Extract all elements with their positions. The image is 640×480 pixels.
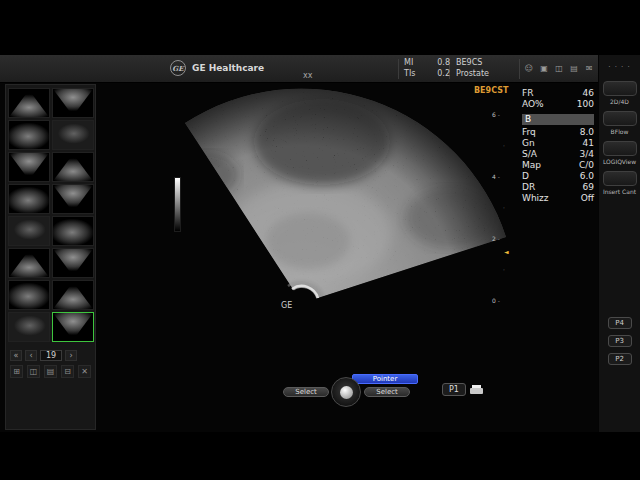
image-parameters-top: FR46AO%100 [522,88,594,110]
bflow-button-group: BFlow [599,111,640,135]
p4-key[interactable]: P4 [608,317,632,329]
thumbnail-8[interactable] [52,184,94,214]
thumbnail-10[interactable] [52,216,94,246]
layout-split-icon[interactable]: ◫ [27,365,40,378]
param-value: 3/4 [580,149,594,160]
report-icon[interactable]: ✉ [584,64,594,73]
list-view-icon[interactable]: ▤ [44,365,57,378]
thumbnail-11[interactable] [8,248,50,278]
mode-b-header: B [522,114,594,125]
image-parameters-list: Frq8.0Gn41S/A3/4MapC/0D6.0DR69WhizzOff [522,127,594,204]
pointer-button[interactable]: Pointer [352,374,418,384]
thumbnail-6[interactable] [52,152,94,182]
param-label: Whizz [522,193,549,204]
body-marker-icon[interactable]: ◫ [554,64,564,73]
ultrasound-fan [150,83,522,375]
insert-cant-button[interactable] [603,171,637,186]
depth-label-2: 2- [492,235,500,242]
mi-label: MI [404,58,413,67]
ultrasound-image[interactable]: GE [150,83,522,375]
depth-tick-icon: - [498,173,500,180]
focus-marker[interactable]: ◄ [504,248,509,255]
thumbnail-3[interactable] [8,120,50,150]
mi-readout: MI 0.8 [404,58,450,67]
pager-prev-button[interactable]: ‹ [25,350,37,361]
depth-number: 4 [492,173,496,180]
status-icon-row: ☺▣◫▤✉ [524,64,594,73]
header-divider [519,59,520,79]
param-label: S/A [522,149,537,160]
mode-2d4d-button[interactable] [603,81,637,96]
p3-key[interactable]: P3 [608,335,632,347]
thumbnail-15[interactable] [8,312,50,342]
active-preset-name[interactable]: Prostate [456,69,489,78]
bflow-button-label: BFlow [599,128,640,135]
param-fr: FR46 [522,88,594,99]
depth-tick-icon: - [498,297,500,304]
tis-label: TIs [404,69,415,78]
probe-icon[interactable]: ▣ [539,64,549,73]
depth-label-0: 0- [492,297,500,304]
thumbnail-9[interactable] [8,216,50,246]
annotation-icon[interactable]: ▤ [569,64,579,73]
param-label: Map [522,160,541,171]
layout-grid-icon[interactable]: ⊞ [10,365,23,378]
image-clipboard-panel: «‹19› ⊞◫▤⊟✕ [5,84,96,430]
param-label: AO% [522,99,544,110]
depth-label-4: 4- [492,173,500,180]
param-sa: S/A3/4 [522,149,594,160]
thumbnail-2[interactable] [52,88,94,118]
mode-2d4d-button-group: 2D/4D [599,81,640,105]
rail-menu-dots[interactable]: · · · · [599,63,640,71]
p2-key[interactable]: P2 [608,353,632,365]
select-right-button[interactable]: Select [364,387,410,397]
logiqview-button[interactable] [603,141,637,156]
pager-page-indicator: 19 [40,350,62,361]
p1-print-button[interactable]: P1 [442,383,466,396]
param-label: Gn [522,138,535,149]
trackball[interactable] [331,377,361,407]
tis-readout: TIs 0.2 [404,69,450,78]
thumbnail-13[interactable] [8,280,50,310]
param-value: 100 [577,99,594,110]
mode-2d4d-button-label: 2D/4D [599,98,640,105]
thumbnail-7[interactable] [8,184,50,214]
thumbnail-grid [8,88,94,342]
depth-number: 0 [492,297,496,304]
ge-logo-icon: GE [170,60,186,76]
pager-first-button[interactable]: « [10,350,22,361]
patient-icon[interactable]: ☺ [524,64,534,73]
depth-number: 6 [492,111,496,118]
param-label: FR [522,88,533,99]
trackball-ball-icon [340,386,353,399]
rail-button-stack: 2D/4DBFlowLOGIQViewInsert Cant [599,81,640,201]
depth-tick-icon: - [498,235,500,242]
active-probe-name[interactable]: BE9CS [456,58,482,67]
thumbnail-1[interactable] [8,88,50,118]
delete-icon[interactable]: ✕ [78,365,91,378]
compare-icon[interactable]: ⊟ [61,365,74,378]
right-control-rail: · · · · 2D/4DBFlowLOGIQViewInsert Cant P… [598,55,640,432]
printer-icon [470,385,483,395]
param-value: 41 [583,138,594,149]
rail-print-keys: P4P3P2 [599,317,640,371]
header-divider [398,59,399,79]
clipboard-pager: «‹19› [10,350,77,361]
ultrasound-app-screen: GE GE Healthcare xx MI 0.8 TIs 0.2 BE9CS… [0,0,640,480]
mi-value: 0.8 [437,58,450,67]
thumbnail-16[interactable] [52,312,94,342]
thumbnail-4[interactable] [52,120,94,150]
thumbnail-5[interactable] [8,152,50,182]
probe-id-label: BE9CST [474,86,508,95]
grayscale-map-bar [174,177,181,232]
bflow-button[interactable] [603,111,637,126]
select-left-button[interactable]: Select [283,387,329,397]
param-label: Frq [522,127,536,138]
param-value: 46 [583,88,594,99]
depth-minor-tick-icon: · [503,142,505,149]
pager-next-button[interactable]: › [65,350,77,361]
depth-tick-icon: - [498,111,500,118]
thumbnail-12[interactable] [52,248,94,278]
thumbnail-14[interactable] [52,280,94,310]
param-map: MapC/0 [522,160,594,171]
